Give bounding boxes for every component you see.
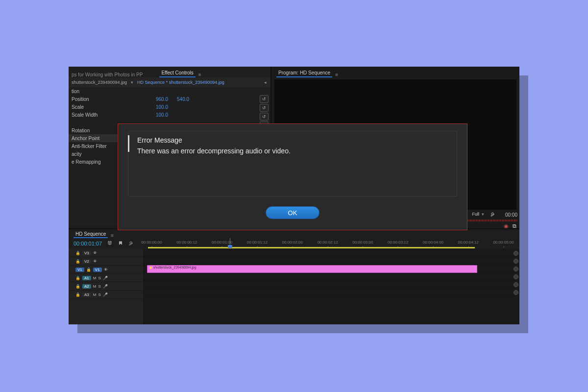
eye-icon[interactable]: 👁 <box>93 259 97 264</box>
error-title: Error Message <box>137 136 451 144</box>
mute-toggle[interactable]: M <box>93 284 97 289</box>
source-patch[interactable]: V1 <box>75 268 84 272</box>
property-label: tion <box>72 89 156 94</box>
ruler-tick: 00:00:05:00 <box>493 240 514 245</box>
track-badge[interactable]: A1 <box>82 276 91 280</box>
property-value[interactable]: 960.0 <box>156 97 168 102</box>
mic-icon[interactable]: 🎤 <box>103 284 108 289</box>
track-badge[interactable]: V1 <box>93 268 102 272</box>
track-badge[interactable]: A2 <box>82 284 91 289</box>
snap-icon[interactable] <box>107 241 113 246</box>
error-accent <box>128 135 129 152</box>
ruler-tick: 00:00:00:00 <box>141 240 162 245</box>
track-output-toggle[interactable] <box>514 290 518 295</box>
property-row[interactable]: Position960.0540.0 <box>69 95 270 103</box>
lock-icon[interactable]: 🔒 <box>75 293 80 297</box>
mute-toggle[interactable]: M <box>93 276 97 280</box>
wrench-icon[interactable] <box>490 212 496 218</box>
reset-button[interactable]: ↺ <box>260 95 269 103</box>
track-output-toggle[interactable] <box>514 259 518 264</box>
solo-toggle[interactable]: S <box>98 276 100 280</box>
timeline-clip[interactable]: shutterstock_239490094.jpg <box>147 265 477 273</box>
track-header-v3[interactable]: 🔒V3👁 <box>69 249 143 257</box>
track-area[interactable]: shutterstock_239490094.jpg <box>143 249 519 324</box>
panel-menu-icon[interactable]: ≡ <box>198 72 201 77</box>
zoom-level[interactable]: Full <box>472 212 479 217</box>
track-output-toggle[interactable] <box>514 267 518 271</box>
timeline-ruler-area[interactable]: 00:00:00:0000:00:00:1200:00:01:0000:00:0… <box>148 238 519 249</box>
eye-icon[interactable]: 👁 <box>93 251 97 255</box>
error-box: Error Message There was an error decompr… <box>128 131 457 196</box>
tab-effect-controls[interactable]: Effect Controls <box>159 69 195 77</box>
tab-tips[interactable]: ps for Working with Photos in PP <box>72 72 143 77</box>
reset-button[interactable]: ↺ <box>260 104 269 112</box>
track-output-toggle[interactable] <box>514 251 518 256</box>
track-lane-v3[interactable] <box>143 249 514 257</box>
property-row[interactable]: Scale100.0 <box>69 103 270 111</box>
timeline-timecode[interactable]: 00:00:01:07 <box>74 241 102 246</box>
property-label: Position <box>72 97 156 102</box>
tab-program[interactable]: Program: HD Sequence <box>276 69 332 77</box>
property-row[interactable]: Scale Width100.0 <box>69 111 270 119</box>
property-value[interactable]: 100.0 <box>156 104 168 110</box>
lock-icon[interactable]: 🔒 <box>86 268 91 272</box>
panel-menu-icon[interactable]: ≡ <box>111 233 114 238</box>
track-output-toggle[interactable] <box>514 274 518 279</box>
mute-toggle[interactable]: M <box>93 293 97 297</box>
track-badge[interactable]: V2 <box>82 259 91 264</box>
time-ruler[interactable]: 00:00:00:0000:00:00:1200:00:01:0000:00:0… <box>148 240 514 247</box>
lock-icon[interactable]: 🔒 <box>75 251 80 255</box>
tab-sequence[interactable]: HD Sequence <box>74 231 108 238</box>
program-tabbar: Program: HD Sequence ≡ <box>271 67 519 77</box>
property-label: Scale <box>72 104 156 110</box>
solo-toggle[interactable]: S <box>98 293 100 297</box>
property-value[interactable]: 540.0 <box>177 97 189 102</box>
eye-icon[interactable]: 👁 <box>104 268 108 272</box>
marker-icon[interactable] <box>118 241 123 246</box>
dropdown-icon[interactable]: ▾ <box>131 80 133 85</box>
track-lane-a1[interactable] <box>143 272 514 281</box>
reset-button[interactable]: ↺ <box>260 113 269 121</box>
property-row[interactable]: tion <box>69 87 270 95</box>
lock-icon[interactable]: 🔒 <box>75 259 80 264</box>
track-header-v2[interactable]: 🔒V2👁 <box>69 257 143 266</box>
ruler-tick: 00:00:02:00 <box>282 240 303 245</box>
ok-button[interactable]: OK <box>266 206 319 219</box>
track-lane-a2[interactable] <box>143 280 514 289</box>
app-window: ps for Working with Photos in PP Effect … <box>69 67 519 324</box>
sequence-path[interactable]: HD Sequence * shutterstock_239490094.jpg <box>137 80 224 85</box>
ruler-tick: 00:00:04:12 <box>458 240 479 245</box>
program-timecode: 00:00 <box>505 212 517 218</box>
track-header-v1[interactable]: V1🔒V1👁 <box>69 266 143 274</box>
chevron-down-icon[interactable]: ▾ <box>482 212 484 217</box>
track-header-a3[interactable]: 🔒A3MS🎤 <box>69 291 143 299</box>
effects-breadcrumb: shutterstock_239490094.jpg ▾ HD Sequence… <box>69 77 270 87</box>
tracks: 🔒V3👁🔒V2👁V1🔒V1👁🔒A1MS🎤🔒A2MS🎤🔒A3MS🎤 shutter… <box>69 249 519 324</box>
track-header-a2[interactable]: 🔒A2MS🎤 <box>69 282 143 291</box>
track-output-toggle[interactable] <box>514 282 518 287</box>
lock-icon[interactable]: 🔒 <box>75 284 80 289</box>
track-header-a1[interactable]: 🔒A1MS🎤 <box>69 274 143 282</box>
property-value[interactable]: 100.0 <box>156 112 168 118</box>
timeline-tabbar: HD Sequence ≡ <box>69 229 519 238</box>
track-badge[interactable]: A3 <box>82 293 91 297</box>
panel-menu-icon[interactable]: ≡ <box>335 72 338 77</box>
mic-icon[interactable]: 🎤 <box>103 276 108 280</box>
fx-badge-icon <box>149 267 152 269</box>
error-message: There was an error decompressing audio o… <box>137 147 451 155</box>
track-lane-v2[interactable] <box>143 257 514 265</box>
ruler-tick: 00:00:03:12 <box>388 240 408 245</box>
source-clip-name: shutterstock_239490094.jpg <box>72 80 127 85</box>
track-lane-a3[interactable] <box>143 288 514 296</box>
lock-icon[interactable]: 🔒 <box>75 276 80 280</box>
collapse-icon[interactable]: ◂ <box>264 80 267 85</box>
timeline-header: 00:00:01:07 00:00:00:0000:00:00:1200:00:… <box>69 238 519 249</box>
settings-icon[interactable] <box>128 241 134 246</box>
track-badge[interactable]: V3 <box>82 251 91 255</box>
error-dialog: Error Message There was an error decompr… <box>118 123 467 230</box>
timeline-panel: HD Sequence ≡ 00:00:01:07 00:00:00:0000:… <box>69 228 519 324</box>
mic-icon[interactable]: 🎤 <box>103 293 108 297</box>
timeline-header-left: 00:00:01:07 <box>69 238 148 249</box>
solo-toggle[interactable]: S <box>98 284 100 289</box>
work-area-bar[interactable] <box>148 247 475 248</box>
